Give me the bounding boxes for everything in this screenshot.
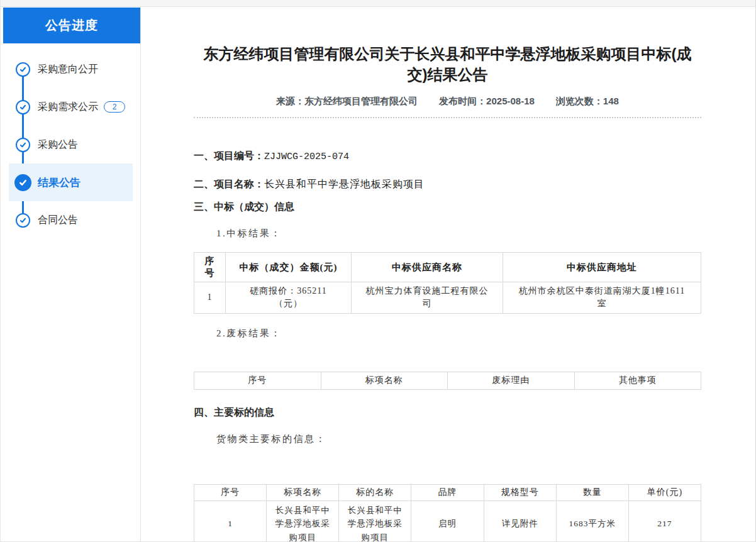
- table-cell: 217: [628, 501, 701, 542]
- sidebar-item-result-notice[interactable]: 结果公告: [9, 163, 133, 201]
- column-header: 标项名称: [267, 484, 339, 501]
- section-award-info-heading: 三、中标（成交）信息: [194, 201, 701, 214]
- goods-info-table: 序号标项名称标的名称品牌规格型号数量单价(元)1长兴县和平中学悬浮地板采购项目长…: [194, 484, 701, 542]
- table-cell: 长兴县和平中学悬浮地板采购项目: [267, 501, 339, 542]
- table-cell: 1: [194, 282, 226, 314]
- meta-publish-time: 发布时间：2025-08-18: [439, 96, 535, 108]
- count-badge: 2: [104, 101, 125, 113]
- table-row: 1磋商报价：365211（元）杭州宝力体育设施工程有限公司杭州市余杭区中泰街道南…: [194, 282, 701, 314]
- sidebar-item-label: 采购公告: [38, 138, 78, 152]
- table-cell: 长兴县和平中学悬浮地板采购项目: [339, 501, 411, 542]
- column-header: 序号: [194, 253, 226, 282]
- table-cell: 1683平方米: [556, 501, 628, 542]
- table-cell: 详见附件: [484, 501, 556, 542]
- check-circle-icon: [14, 60, 31, 78]
- sidebar-item-procurement-notice[interactable]: 采购公告: [9, 126, 133, 163]
- check-circle-icon: [14, 136, 31, 153]
- progress-steps: 采购意向公开 采购需求公示 2 采购公告: [1, 50, 140, 239]
- page-title: 东方经纬项目管理有限公司关于长兴县和平中学悬浮地板采购项目中标(成交)结果公告: [194, 43, 701, 85]
- column-header: 中标（成交）金额(元): [226, 253, 352, 282]
- table-row: 1长兴县和平中学悬浮地板采购项目长兴县和平中学悬浮地板采购项目启明详见附件168…: [194, 501, 701, 542]
- table-header-row: 序号标项名称废标理由其他事项: [194, 372, 701, 389]
- table-cell: 杭州市余杭区中泰街道南湖大厦1幢1611室: [503, 282, 701, 314]
- main-layout: 公告进度 采购意向公开 采购需求公示 2: [1, 7, 755, 541]
- goods-info-note: 货物类主要标的信息：: [194, 433, 701, 445]
- table-header-row: 序号中标（成交）金额(元)中标供应商名称中标供应商地址: [194, 253, 701, 282]
- award-result-table: 序号中标（成交）金额(元)中标供应商名称中标供应商地址1磋商报价：365211（…: [194, 252, 701, 314]
- announcement-article: 东方经纬项目管理有限公司关于长兴县和平中学悬浮地板采购项目中标(成交)结果公告 …: [141, 7, 755, 541]
- column-header: 标的名称: [339, 484, 411, 501]
- sidebar-item-label: 采购意向公开: [38, 63, 98, 76]
- table-header-row: 序号标项名称标的名称品牌规格型号数量单价(元): [194, 484, 701, 501]
- meta-view-count: 浏览次数：148: [556, 96, 619, 108]
- column-header: 品牌: [411, 484, 484, 501]
- column-header: 序号: [194, 484, 267, 501]
- meta-source: 来源：东方经纬项目管理有限公司: [276, 96, 418, 108]
- sidebar-item-demand-publicity[interactable]: 采购需求公示 2: [9, 88, 133, 126]
- project-name-value: 长兴县和平中学悬浮地板采购项目: [264, 179, 425, 189]
- column-header: 标项名称: [321, 372, 448, 389]
- sidebar-item-contract-notice[interactable]: 合同公告: [9, 201, 133, 239]
- article-meta: 来源：东方经纬项目管理有限公司 发布时间：2025-08-18 浏览次数：148: [194, 96, 701, 108]
- column-header: 单价(元): [628, 484, 701, 501]
- sidebar-item-label: 采购需求公示: [38, 101, 98, 114]
- table-cell: 启明: [411, 501, 484, 542]
- table-cell: 杭州宝力体育设施工程有限公司: [352, 282, 503, 314]
- column-header: 中标供应商地址: [503, 253, 701, 282]
- column-header: 序号: [194, 372, 321, 389]
- column-header: 规格型号: [484, 484, 556, 501]
- rejected-bid-table: 序号标项名称废标理由其他事项: [194, 372, 701, 390]
- progress-sidebar: 公告进度 采购意向公开 采购需求公示 2: [1, 7, 141, 541]
- table-cell: 1: [194, 501, 267, 542]
- column-header: 其他事项: [574, 372, 701, 389]
- rejected-result-subheading: 2.废标结果：: [194, 328, 701, 340]
- section-project-name: 二、项目名称：长兴县和平中学悬浮地板采购项目: [194, 178, 701, 191]
- page: 公告进度 采购意向公开 采购需求公示 2: [0, 0, 756, 542]
- project-number-value: ZJJWCG-2025-074: [264, 152, 349, 162]
- column-header: 数量: [556, 484, 628, 501]
- sidebar-title: 公告进度: [3, 8, 140, 43]
- section-project-number: 一、项目编号：ZJJWCG-2025-074: [194, 150, 701, 163]
- table-cell: 磋商报价：365211（元）: [226, 282, 352, 314]
- column-header: 废标理由: [448, 372, 575, 389]
- sidebar-item-label: 合同公告: [38, 214, 78, 227]
- divider: [194, 117, 701, 118]
- sidebar-item-label: 结果公告: [38, 175, 81, 190]
- sidebar-item-procurement-intent[interactable]: 采购意向公开: [9, 50, 133, 88]
- check-circle-icon: [14, 211, 31, 229]
- award-result-subheading: 1.中标结果：: [194, 228, 701, 240]
- section-main-subject-heading: 四、主要标的信息: [194, 406, 701, 419]
- top-strip: [1, 0, 755, 7]
- column-header: 中标供应商名称: [352, 253, 503, 282]
- check-circle-icon: [14, 98, 31, 116]
- check-circle-icon: [14, 174, 31, 191]
